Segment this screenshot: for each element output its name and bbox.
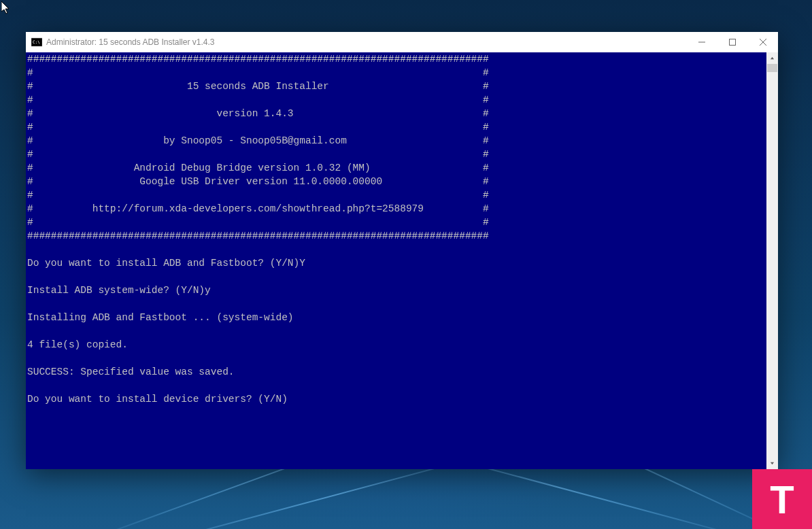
- command-prompt-window: C:\ Administrator: 15 seconds ADB Instal…: [26, 32, 778, 469]
- mouse-cursor-icon: [1, 1, 11, 18]
- scroll-up-button[interactable]: [766, 52, 778, 64]
- window-title: Administrator: 15 seconds ADB Installer …: [46, 37, 686, 47]
- svg-text:C:\: C:\: [33, 39, 40, 44]
- window-titlebar[interactable]: C:\ Administrator: 15 seconds ADB Instal…: [26, 32, 778, 52]
- scroll-thumb[interactable]: [767, 64, 777, 72]
- vertical-scrollbar[interactable]: [766, 52, 778, 469]
- console-output[interactable]: ########################################…: [26, 52, 766, 469]
- minimize-button[interactable]: [686, 32, 717, 52]
- maximize-button[interactable]: [717, 32, 747, 52]
- scroll-down-button[interactable]: [766, 458, 778, 469]
- console-area: ########################################…: [26, 52, 778, 469]
- window-controls: [686, 32, 778, 52]
- close-button[interactable]: [747, 32, 778, 52]
- cmd-icon: C:\: [31, 37, 42, 48]
- watermark-letter: T: [770, 477, 794, 522]
- svg-rect-3: [729, 39, 735, 46]
- watermark-badge: T: [752, 469, 812, 529]
